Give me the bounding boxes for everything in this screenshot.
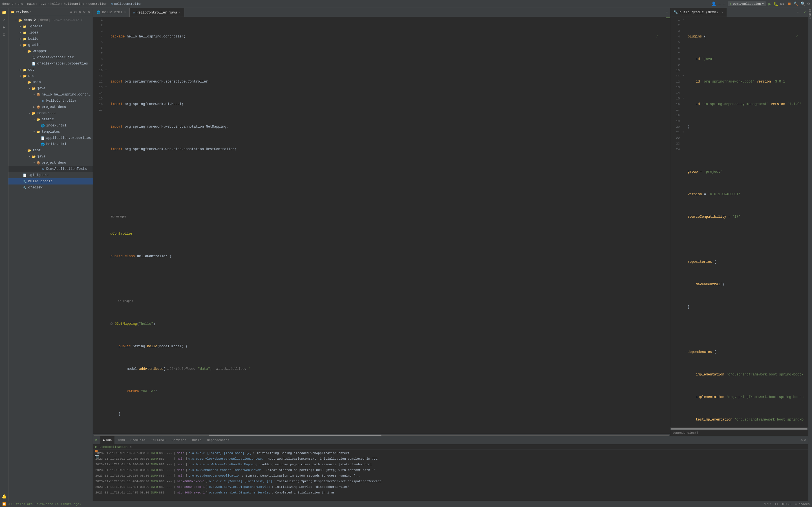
encoding-indicator[interactable]: UTF-8 <box>782 503 792 506</box>
sidebar-item-resources[interactable]: ▾ 📂 resources <box>8 110 93 116</box>
editor-tabs: 🌐 hello.html ✕ ⚙ HelloController.java ✕ … <box>93 8 670 17</box>
sidebar-item-main[interactable]: ▾ 📂 main <box>8 79 93 86</box>
close-hello-controller-tab[interactable]: ✕ <box>179 11 181 14</box>
gradle-scrollbar[interactable] <box>670 428 808 430</box>
scrollbar-track[interactable] <box>94 435 669 436</box>
test-package-icon: 📦 <box>36 161 41 165</box>
app-props-icon: 📄 <box>41 136 45 140</box>
sidebar-item-hello-html[interactable]: 🌐 hello.html <box>8 141 93 147</box>
breadcrumb-controller[interactable]: controller <box>89 2 107 6</box>
sidebar-item-wrapper-jar[interactable]: 🗂 gradle-wrapper.jar <box>8 54 93 61</box>
sidebar-item-hello-controller[interactable]: ⚙ HelloController <box>8 98 93 104</box>
run-config-selector[interactable]: ▶ DemoApplication ▾ <box>728 1 766 6</box>
sidebar-item-java[interactable]: ▾ 📂 java <box>8 86 93 92</box>
sidebar-item-out[interactable]: ▶ 📁 out <box>8 67 93 73</box>
sidebar-item-demo-tests[interactable]: ⚙ DemoApplicationTests <box>8 166 93 172</box>
src-folder-icon: 📂 <box>22 74 27 78</box>
tab-hello-html[interactable]: 🌐 hello.html ✕ <box>93 8 130 17</box>
position-indicator[interactable]: 17:1 <box>764 503 772 506</box>
code-lines-java[interactable]: package hello.hellospring.controller; ✓ … <box>108 17 666 434</box>
locate-file-icon[interactable]: ◎ <box>74 9 77 15</box>
sidebar-item-static[interactable]: ▾ 📂 static <box>8 116 93 122</box>
gradle-folder-icon: 📁 <box>22 24 27 29</box>
gradle-side-tab[interactable]: Gradle <box>809 9 812 19</box>
sidebar-item-templates[interactable]: ▾ 📂 templates <box>8 129 93 135</box>
run-coverage-button[interactable]: ▶▶ <box>780 2 785 6</box>
tab-build[interactable]: Build <box>189 436 204 444</box>
sidebar-item-java-test[interactable]: ▾ 📂 java <box>8 154 93 160</box>
sidebar-item-project-demo[interactable]: ▶ 📦 project.demo <box>8 104 93 110</box>
line-ending-indicator[interactable]: LF <box>775 503 779 506</box>
settings-icon[interactable]: ⚙ <box>808 1 810 6</box>
fold-icon-13[interactable]: ▾ <box>104 84 108 90</box>
gradle-code-lines[interactable]: plugins { ✓ id 'java' id 'org.springfram… <box>686 17 804 428</box>
tab-dependencies[interactable]: Dependencies <box>204 436 232 444</box>
back-icon[interactable]: ← <box>718 2 721 6</box>
tab-terminal[interactable]: Terminal <box>148 436 169 444</box>
stop-button[interactable]: ⏹ <box>787 2 791 6</box>
sidebar-item-test[interactable]: ▾ 📂 test <box>8 147 93 154</box>
close-bottom-icon[interactable]: ✕ <box>804 438 806 442</box>
forward-icon[interactable]: → <box>723 2 725 6</box>
code-editor-content: 1 2 3 4 5 6 7 8 9 10 11 12 13 14 <box>93 17 670 434</box>
sidebar-item-project-demo-test[interactable]: ▾ 📦 project.demo <box>8 160 93 166</box>
breadcrumb-src[interactable]: src <box>17 2 23 6</box>
build-button[interactable]: 🔨 <box>794 1 798 6</box>
fold-icon-10[interactable]: ▾ <box>104 68 108 73</box>
notifications-icon[interactable]: 🔔 <box>1 493 8 500</box>
gradle-scrollbar-track[interactable] <box>671 429 808 430</box>
sidebar-item-build-gradle[interactable]: 🔧 build.gradle <box>8 178 93 184</box>
sidebar-item-gradlew[interactable]: 🔧 gradlew <box>8 184 93 191</box>
tab-todo[interactable]: TODO <box>114 436 128 444</box>
indent-indicator[interactable]: 4 spaces <box>795 503 810 506</box>
code-line-3: import org.springframework.stereotype.Co… <box>110 79 664 84</box>
tab-problems[interactable]: Problems <box>128 436 148 444</box>
sort-icon[interactable]: ⇅ <box>79 9 82 15</box>
project-view-icon[interactable]: 📁 <box>1 9 8 16</box>
breadcrumb-hello[interactable]: hello <box>50 2 60 6</box>
services-icon[interactable]: ⚙ <box>1 31 8 38</box>
tab-menu-button[interactable]: ⋯ <box>663 8 670 17</box>
scrollbar-thumb[interactable] <box>209 435 382 436</box>
breadcrumb-main[interactable]: main <box>28 2 35 6</box>
tab-run[interactable]: ▶ Run <box>100 436 114 444</box>
profile-icon[interactable]: 👤 <box>711 1 716 6</box>
sidebar-item-gitignore[interactable]: 📄 .gitignore <box>8 172 93 178</box>
sidebar-item-controller-pkg[interactable]: ▾ 📦 hello.hellospring.controller <box>8 92 93 98</box>
run-play-icon[interactable]: ▶ <box>94 438 100 442</box>
close-sidebar-icon[interactable]: ✕ <box>87 9 91 15</box>
git-icon: 🔀 <box>2 502 6 506</box>
settings-sidebar-icon[interactable]: ⚙ <box>83 9 86 15</box>
run-debug-icon[interactable]: ▶ <box>1 24 8 31</box>
sidebar-item-build[interactable]: ▶ 📁 build <box>8 36 93 42</box>
run-title: DemoApplication <box>100 445 128 449</box>
sidebar-item-index-html[interactable]: 🌐 index.html <box>8 122 93 129</box>
breadcrumb-demo2[interactable]: demo 2 <box>2 2 13 6</box>
tree-root[interactable]: ▾ 📂 demo 2 [demo] ~/Downloads/demo 2 <box>8 17 93 23</box>
debug-button[interactable]: 🐛 <box>773 1 778 6</box>
close-build-gradle-tab[interactable]: ✕ <box>721 10 723 14</box>
sidebar-item-src[interactable]: ▾ 📂 src <box>8 73 93 79</box>
breadcrumb-hellospring[interactable]: hellospring <box>64 2 84 6</box>
sidebar-item-gradle-hidden[interactable]: ▶ 📁 .gradle <box>8 23 93 30</box>
sidebar-item-idea[interactable]: ▶ 📁 .idea <box>8 30 93 36</box>
horizontal-scrollbar[interactable] <box>93 434 670 436</box>
tab-build-gradle[interactable]: 🔧 build.gradle (demo) ✕ <box>670 8 726 17</box>
search-icon[interactable]: 🔍 <box>801 1 805 6</box>
sidebar-item-wrapper[interactable]: ▾ 📂 wrapper <box>8 48 93 54</box>
sidebar-item-gradle[interactable]: ▾ 📂 gradle <box>8 42 93 48</box>
breadcrumb-java[interactable]: java <box>39 2 46 6</box>
commit-icon[interactable]: ✓ <box>1 16 8 23</box>
close-hello-html-tab[interactable]: ✕ <box>124 10 126 14</box>
tab-services[interactable]: Services <box>168 436 189 444</box>
run-close-icon[interactable]: ✕ <box>130 445 132 449</box>
tab-hello-controller[interactable]: ⚙ HelloController.java ✕ <box>130 8 185 17</box>
right-panel-menu[interactable]: ⋯ <box>795 8 802 17</box>
settings-bottom-icon[interactable]: ⚙ <box>801 438 803 442</box>
collapse-all-icon[interactable]: ⊟ <box>69 9 73 15</box>
run-button[interactable]: ▶ <box>768 1 771 7</box>
sidebar-item-wrapper-props[interactable]: 📄 gradle-wrapper.properties <box>8 61 93 67</box>
fold-plugins[interactable]: ▾ <box>681 17 685 22</box>
gradle-scrollbar-thumb[interactable] <box>671 429 808 430</box>
sidebar-item-app-props[interactable]: 📄 application.properties <box>8 135 93 141</box>
